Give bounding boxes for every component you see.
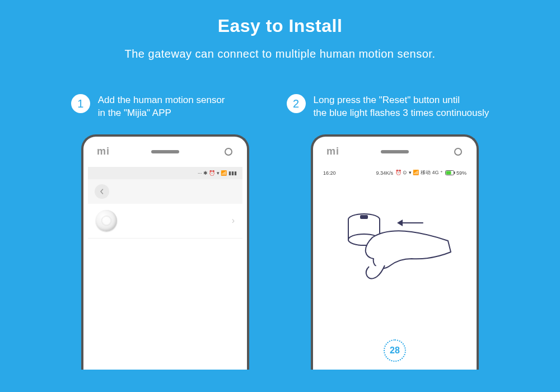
speaker-slot (151, 150, 179, 153)
status-icons: ⏰ ⊙ ▾ 📶 移动 4G ⁺ (395, 169, 443, 176)
phone-2-screen: 16:20 9.34K/s ⏰ ⊙ ▾ 📶 移动 4G ⁺ 59% (318, 167, 472, 368)
motion-sensor-icon (96, 210, 117, 231)
phone-2-bezel: mi (313, 137, 477, 167)
battery-text: 59% (456, 170, 466, 176)
step-2: 2 Long press the "Reset" button until th… (287, 94, 489, 120)
front-camera-icon (454, 148, 462, 156)
step-1-text: Add the human motion sensor in the "Miji… (98, 94, 225, 120)
battery-icon: 59% (445, 170, 466, 176)
front-camera-icon (225, 148, 232, 156)
page-title: Easy to Install (0, 0, 560, 36)
phone-1-bezel: mi (83, 137, 247, 167)
steps-row: 1 Add the human motion sensor in the "Mi… (0, 94, 560, 120)
reset-illustration (318, 179, 472, 325)
step-1: 1 Add the human motion sensor in the "Mi… (71, 94, 225, 120)
phone-1-screen: ··· ✱ ⏰ ▾ 📶 ▮▮▮ › (88, 167, 242, 368)
nav-row (88, 179, 242, 204)
phone-1-statusbar: ··· ✱ ⏰ ▾ 📶 ▮▮▮ (88, 167, 242, 179)
phone-mockup-2: mi 16:20 9.34K/s ⏰ ⊙ ▾ 📶 移动 4G ⁺ 59% (311, 134, 479, 370)
page-subtitle: The gateway can connect to multiple huma… (0, 48, 560, 60)
phone-mockup-1: mi ··· ✱ ⏰ ▾ 📶 ▮▮▮ › (81, 134, 249, 370)
chevron-left-icon (99, 189, 105, 194)
phones-row: mi ··· ✱ ⏰ ▾ 📶 ▮▮▮ › mi (0, 134, 560, 370)
chevron-right-icon: › (232, 216, 235, 226)
hand-press-sensor-icon (333, 198, 456, 293)
status-netspeed: 9.34K/s (376, 170, 393, 176)
device-list-item[interactable]: › (88, 204, 242, 239)
svg-rect-2 (454, 172, 455, 174)
svg-rect-5 (360, 215, 368, 219)
svg-rect-1 (446, 171, 451, 175)
step-2-badge: 2 (287, 94, 306, 113)
phone-2-statusbar: 16:20 9.34K/s ⏰ ⊙ ▾ 📶 移动 4G ⁺ 59% (318, 167, 472, 179)
speaker-slot (381, 150, 409, 153)
countdown-badge: 28 (384, 339, 406, 362)
phone-2-logo: mi (326, 146, 339, 157)
status-time: 16:20 (323, 170, 336, 176)
step-2-text: Long press the "Reset" button until the … (314, 94, 489, 120)
status-icons: ··· ✱ ⏰ ▾ 📶 ▮▮▮ (198, 170, 237, 176)
phone-1-logo: mi (97, 146, 110, 157)
back-button[interactable] (95, 184, 109, 199)
step-1-badge: 1 (71, 94, 90, 113)
